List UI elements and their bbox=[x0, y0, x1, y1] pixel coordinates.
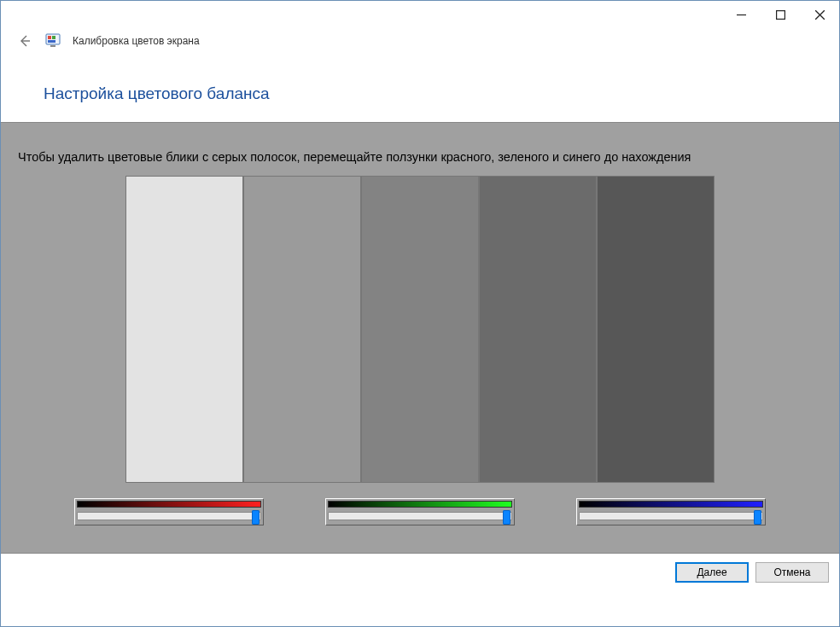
gray-swatch bbox=[361, 176, 479, 483]
blue-gradient-icon bbox=[579, 501, 763, 508]
window-titlebar bbox=[1, 1, 839, 28]
back-button[interactable] bbox=[16, 32, 33, 49]
app-icon bbox=[45, 33, 61, 49]
slider-thumb[interactable] bbox=[503, 510, 510, 525]
slider-thumb[interactable] bbox=[754, 510, 761, 525]
red-slider[interactable] bbox=[74, 498, 264, 525]
gray-swatch bbox=[479, 176, 597, 483]
svg-rect-6 bbox=[48, 36, 51, 39]
slider-track[interactable] bbox=[579, 512, 763, 520]
slider-track[interactable] bbox=[77, 512, 261, 520]
slider-track[interactable] bbox=[328, 512, 512, 520]
svg-rect-1 bbox=[776, 10, 785, 19]
close-button[interactable] bbox=[800, 1, 839, 28]
gray-swatch bbox=[243, 176, 361, 483]
svg-rect-9 bbox=[50, 45, 55, 47]
gray-swatch bbox=[125, 176, 243, 483]
minimize-button[interactable] bbox=[721, 1, 761, 28]
green-gradient-icon bbox=[328, 501, 512, 508]
maximize-button[interactable] bbox=[761, 1, 800, 28]
blue-slider[interactable] bbox=[576, 498, 766, 525]
instruction-text: Чтобы удалить цветовые блики с серых пол… bbox=[1, 123, 839, 165]
page-heading: Настройка цветового баланса bbox=[44, 84, 839, 103]
wizard-header: Калибровка цветов экрана bbox=[1, 28, 839, 54]
app-title: Калибровка цветов экрана bbox=[73, 35, 200, 47]
calibration-panel: Чтобы удалить цветовые блики с серых пол… bbox=[1, 122, 839, 554]
svg-rect-7 bbox=[52, 36, 55, 39]
slider-thumb[interactable] bbox=[252, 510, 260, 525]
content-heading-area: Настройка цветового баланса bbox=[1, 54, 839, 122]
cancel-button[interactable]: Отмена bbox=[755, 562, 829, 583]
gray-swatch bbox=[597, 176, 715, 483]
svg-rect-8 bbox=[48, 40, 55, 43]
sliders-row bbox=[1, 498, 839, 525]
red-gradient-icon bbox=[77, 501, 261, 508]
gray-swatch-row bbox=[1, 176, 839, 483]
next-button[interactable]: Далее bbox=[675, 562, 749, 583]
wizard-footer: Далее Отмена bbox=[1, 554, 839, 591]
green-slider[interactable] bbox=[325, 498, 515, 525]
